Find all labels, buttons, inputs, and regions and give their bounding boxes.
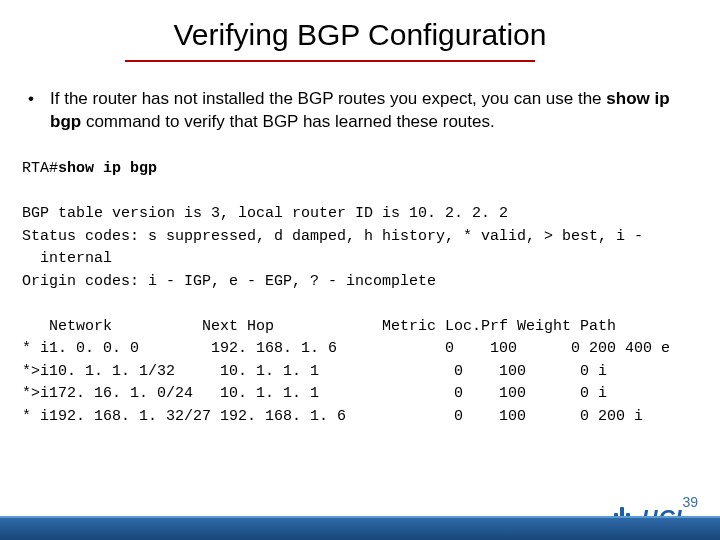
cli-table-row: * i192. 168. 1. 32/27 192. 168. 1. 6 0 1… (22, 408, 643, 425)
cli-table-row: * i1. 0. 0. 0 192. 168. 1. 6 0 100 0 200… (22, 340, 670, 357)
slide-title: Verifying BGP Configuration (0, 18, 720, 52)
bullet-marker: • (28, 88, 50, 134)
cli-command: show ip bgp (58, 160, 157, 177)
cli-output: RTA#show ip bgp BGP table version is 3, … (22, 158, 698, 428)
cli-origin-line: Origin codes: i - IGP, e - EGP, ? - inco… (22, 273, 436, 290)
cli-table-row: *>i172. 16. 1. 0/24 10. 1. 1. 1 0 100 0 … (22, 385, 607, 402)
bullet-pre: If the router has not installed the BGP … (50, 89, 606, 108)
bullet-post: command to verify that BGP has learned t… (81, 112, 495, 131)
footer-bar (0, 518, 720, 540)
cli-status-line: Status codes: s suppressed, d damped, h … (22, 228, 643, 268)
bullet-text: If the router has not installed the BGP … (50, 88, 692, 134)
cli-prompt: RTA# (22, 160, 58, 177)
cli-table-row: *>i10. 1. 1. 1/32 10. 1. 1. 1 0 100 0 i (22, 363, 607, 380)
slide: Verifying BGP Configuration • If the rou… (0, 0, 720, 540)
bullet-row: • If the router has not installed the BG… (28, 88, 692, 134)
cli-command-line: RTA#show ip bgp (22, 160, 157, 177)
title-underline (125, 60, 535, 62)
cli-table-header: Network Next Hop Metric Loc.Prf Weight P… (22, 318, 616, 335)
cli-version-line: BGP table version is 3, local router ID … (22, 205, 508, 222)
bullet-block: • If the router has not installed the BG… (28, 88, 692, 134)
